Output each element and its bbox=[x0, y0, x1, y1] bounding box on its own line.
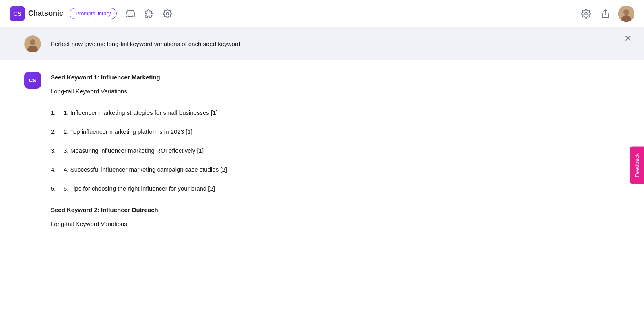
list-item: 5. Tips for choosing the right influence… bbox=[51, 179, 620, 198]
user-avatar bbox=[24, 35, 41, 52]
list-item: 3. Measuring influencer marketing ROI ef… bbox=[51, 141, 620, 160]
puzzle-icon[interactable] bbox=[143, 8, 155, 19]
user-message: Perfect now give me long-tail keyword va… bbox=[0, 27, 644, 60]
list-item: 4. Successful influencer marketing campa… bbox=[51, 160, 620, 179]
ai-content: Seed Keyword 1: Influencer Marketing Lon… bbox=[51, 72, 620, 236]
svg-point-1 bbox=[585, 12, 587, 15]
seed2-title: Seed Keyword 2: Influencer Outreach bbox=[51, 204, 620, 215]
svg-point-0 bbox=[167, 12, 169, 15]
close-area: ✕ bbox=[621, 32, 634, 45]
svg-point-7 bbox=[30, 39, 35, 45]
logo-icon: CS bbox=[10, 6, 25, 21]
longtail-label: Long-tail Keyword Variations: bbox=[51, 86, 620, 97]
discord-icon[interactable] bbox=[125, 8, 136, 19]
header-icons bbox=[125, 8, 173, 19]
close-button[interactable]: ✕ bbox=[621, 32, 634, 45]
ai-message: CS Seed Keyword 1: Influencer Marketing … bbox=[0, 60, 644, 247]
brand-name: Chatsonic bbox=[28, 9, 63, 18]
chat-container: Perfect now give me long-tail keyword va… bbox=[0, 27, 644, 330]
header: CS Chatsonic Prompts library bbox=[0, 0, 644, 27]
longtail-label2: Long-tail Keyword Variations: bbox=[51, 218, 620, 229]
svg-point-4 bbox=[623, 9, 629, 15]
share-icon[interactable] bbox=[599, 7, 612, 20]
prompts-library-button[interactable]: Prompts library bbox=[70, 8, 117, 19]
feedback-button[interactable]: Feedback bbox=[630, 146, 644, 184]
user-message-text: Perfect now give me long-tail keyword va… bbox=[51, 39, 240, 49]
seed1-title: Seed Keyword 1: Influencer Marketing bbox=[51, 72, 620, 83]
ai-avatar: CS bbox=[24, 72, 41, 89]
header-right bbox=[580, 6, 634, 22]
seed1-list: 1. Influencer marketing strategies for s… bbox=[51, 103, 620, 198]
settings-icon[interactable] bbox=[162, 8, 173, 19]
list-item: 2. Top influencer marketing platforms in… bbox=[51, 122, 620, 141]
list-item: 1. Influencer marketing strategies for s… bbox=[51, 103, 620, 122]
gear-icon[interactable] bbox=[580, 7, 592, 20]
avatar[interactable] bbox=[618, 6, 634, 22]
logo-area: CS Chatsonic bbox=[10, 6, 63, 21]
